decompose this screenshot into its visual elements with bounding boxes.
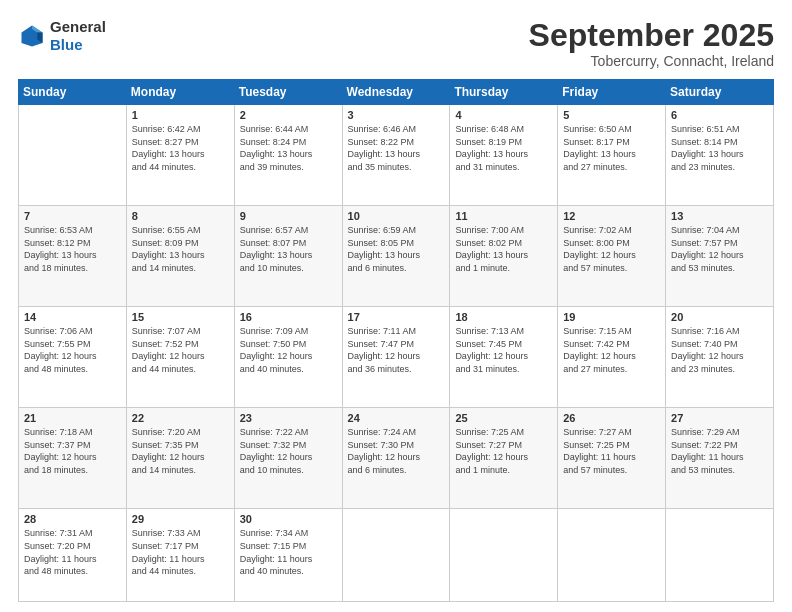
day-info: Sunrise: 7:33 AM Sunset: 7:17 PM Dayligh…: [132, 527, 229, 577]
day-info: Sunrise: 6:42 AM Sunset: 8:27 PM Dayligh…: [132, 123, 229, 173]
header: General Blue September 2025 Tobercurry, …: [18, 18, 774, 69]
day-number: 16: [240, 311, 337, 323]
day-number: 3: [348, 109, 445, 121]
calendar-cell: 12Sunrise: 7:02 AM Sunset: 8:00 PM Dayli…: [558, 206, 666, 307]
day-number: 5: [563, 109, 660, 121]
day-info: Sunrise: 7:22 AM Sunset: 7:32 PM Dayligh…: [240, 426, 337, 476]
day-number: 9: [240, 210, 337, 222]
logo-icon: [18, 22, 46, 50]
calendar-cell: 19Sunrise: 7:15 AM Sunset: 7:42 PM Dayli…: [558, 307, 666, 408]
day-info: Sunrise: 7:20 AM Sunset: 7:35 PM Dayligh…: [132, 426, 229, 476]
day-info: Sunrise: 6:57 AM Sunset: 8:07 PM Dayligh…: [240, 224, 337, 274]
day-info: Sunrise: 7:24 AM Sunset: 7:30 PM Dayligh…: [348, 426, 445, 476]
day-number: 4: [455, 109, 552, 121]
day-info: Sunrise: 6:55 AM Sunset: 8:09 PM Dayligh…: [132, 224, 229, 274]
calendar-cell: 22Sunrise: 7:20 AM Sunset: 7:35 PM Dayli…: [126, 408, 234, 509]
day-info: Sunrise: 7:04 AM Sunset: 7:57 PM Dayligh…: [671, 224, 768, 274]
logo-text: General Blue: [50, 18, 106, 54]
day-number: 17: [348, 311, 445, 323]
calendar-cell: 10Sunrise: 6:59 AM Sunset: 8:05 PM Dayli…: [342, 206, 450, 307]
day-number: 12: [563, 210, 660, 222]
calendar-cell: 9Sunrise: 6:57 AM Sunset: 8:07 PM Daylig…: [234, 206, 342, 307]
calendar-header-row: SundayMondayTuesdayWednesdayThursdayFrid…: [19, 80, 774, 105]
calendar-cell: 24Sunrise: 7:24 AM Sunset: 7:30 PM Dayli…: [342, 408, 450, 509]
calendar-header-wednesday: Wednesday: [342, 80, 450, 105]
day-info: Sunrise: 7:16 AM Sunset: 7:40 PM Dayligh…: [671, 325, 768, 375]
week-row-4: 21Sunrise: 7:18 AM Sunset: 7:37 PM Dayli…: [19, 408, 774, 509]
day-info: Sunrise: 6:44 AM Sunset: 8:24 PM Dayligh…: [240, 123, 337, 173]
calendar-cell: [342, 509, 450, 602]
day-info: Sunrise: 7:13 AM Sunset: 7:45 PM Dayligh…: [455, 325, 552, 375]
calendar-header-tuesday: Tuesday: [234, 80, 342, 105]
calendar-page: General Blue September 2025 Tobercurry, …: [0, 0, 792, 612]
calendar-cell: [450, 509, 558, 602]
day-number: 13: [671, 210, 768, 222]
day-info: Sunrise: 7:00 AM Sunset: 8:02 PM Dayligh…: [455, 224, 552, 274]
day-number: 8: [132, 210, 229, 222]
logo: General Blue: [18, 18, 106, 54]
title-area: September 2025 Tobercurry, Connacht, Ire…: [529, 18, 774, 69]
day-number: 10: [348, 210, 445, 222]
calendar-cell: 29Sunrise: 7:33 AM Sunset: 7:17 PM Dayli…: [126, 509, 234, 602]
day-number: 27: [671, 412, 768, 424]
day-number: 26: [563, 412, 660, 424]
day-number: 11: [455, 210, 552, 222]
calendar-cell: 13Sunrise: 7:04 AM Sunset: 7:57 PM Dayli…: [666, 206, 774, 307]
calendar-cell: 23Sunrise: 7:22 AM Sunset: 7:32 PM Dayli…: [234, 408, 342, 509]
week-row-3: 14Sunrise: 7:06 AM Sunset: 7:55 PM Dayli…: [19, 307, 774, 408]
calendar-cell: 2Sunrise: 6:44 AM Sunset: 8:24 PM Daylig…: [234, 105, 342, 206]
month-title: September 2025: [529, 18, 774, 53]
calendar-header-monday: Monday: [126, 80, 234, 105]
calendar-cell: 16Sunrise: 7:09 AM Sunset: 7:50 PM Dayli…: [234, 307, 342, 408]
day-number: 29: [132, 513, 229, 525]
day-number: 30: [240, 513, 337, 525]
calendar-header-sunday: Sunday: [19, 80, 127, 105]
day-info: Sunrise: 6:51 AM Sunset: 8:14 PM Dayligh…: [671, 123, 768, 173]
calendar-header-friday: Friday: [558, 80, 666, 105]
day-number: 23: [240, 412, 337, 424]
day-info: Sunrise: 7:09 AM Sunset: 7:50 PM Dayligh…: [240, 325, 337, 375]
calendar-cell: 15Sunrise: 7:07 AM Sunset: 7:52 PM Dayli…: [126, 307, 234, 408]
calendar-cell: 30Sunrise: 7:34 AM Sunset: 7:15 PM Dayli…: [234, 509, 342, 602]
day-info: Sunrise: 7:34 AM Sunset: 7:15 PM Dayligh…: [240, 527, 337, 577]
day-number: 25: [455, 412, 552, 424]
day-number: 21: [24, 412, 121, 424]
day-number: 6: [671, 109, 768, 121]
day-info: Sunrise: 7:31 AM Sunset: 7:20 PM Dayligh…: [24, 527, 121, 577]
calendar-cell: 28Sunrise: 7:31 AM Sunset: 7:20 PM Dayli…: [19, 509, 127, 602]
calendar-cell: 5Sunrise: 6:50 AM Sunset: 8:17 PM Daylig…: [558, 105, 666, 206]
calendar-cell: 8Sunrise: 6:55 AM Sunset: 8:09 PM Daylig…: [126, 206, 234, 307]
day-info: Sunrise: 7:27 AM Sunset: 7:25 PM Dayligh…: [563, 426, 660, 476]
day-info: Sunrise: 7:15 AM Sunset: 7:42 PM Dayligh…: [563, 325, 660, 375]
day-number: 15: [132, 311, 229, 323]
day-info: Sunrise: 6:50 AM Sunset: 8:17 PM Dayligh…: [563, 123, 660, 173]
location: Tobercurry, Connacht, Ireland: [529, 53, 774, 69]
day-info: Sunrise: 7:11 AM Sunset: 7:47 PM Dayligh…: [348, 325, 445, 375]
week-row-5: 28Sunrise: 7:31 AM Sunset: 7:20 PM Dayli…: [19, 509, 774, 602]
calendar-cell: 4Sunrise: 6:48 AM Sunset: 8:19 PM Daylig…: [450, 105, 558, 206]
day-number: 24: [348, 412, 445, 424]
day-number: 14: [24, 311, 121, 323]
calendar-cell: [558, 509, 666, 602]
week-row-1: 1Sunrise: 6:42 AM Sunset: 8:27 PM Daylig…: [19, 105, 774, 206]
calendar-cell: 17Sunrise: 7:11 AM Sunset: 7:47 PM Dayli…: [342, 307, 450, 408]
day-number: 1: [132, 109, 229, 121]
day-info: Sunrise: 7:25 AM Sunset: 7:27 PM Dayligh…: [455, 426, 552, 476]
day-number: 20: [671, 311, 768, 323]
calendar-header-thursday: Thursday: [450, 80, 558, 105]
day-number: 2: [240, 109, 337, 121]
calendar-cell: 1Sunrise: 6:42 AM Sunset: 8:27 PM Daylig…: [126, 105, 234, 206]
calendar-cell: 7Sunrise: 6:53 AM Sunset: 8:12 PM Daylig…: [19, 206, 127, 307]
calendar-cell: 11Sunrise: 7:00 AM Sunset: 8:02 PM Dayli…: [450, 206, 558, 307]
day-info: Sunrise: 6:59 AM Sunset: 8:05 PM Dayligh…: [348, 224, 445, 274]
calendar-cell: [666, 509, 774, 602]
day-number: 19: [563, 311, 660, 323]
day-info: Sunrise: 6:46 AM Sunset: 8:22 PM Dayligh…: [348, 123, 445, 173]
day-number: 28: [24, 513, 121, 525]
day-info: Sunrise: 6:48 AM Sunset: 8:19 PM Dayligh…: [455, 123, 552, 173]
day-info: Sunrise: 7:02 AM Sunset: 8:00 PM Dayligh…: [563, 224, 660, 274]
calendar-table: SundayMondayTuesdayWednesdayThursdayFrid…: [18, 79, 774, 602]
week-row-2: 7Sunrise: 6:53 AM Sunset: 8:12 PM Daylig…: [19, 206, 774, 307]
day-number: 18: [455, 311, 552, 323]
calendar-cell: 14Sunrise: 7:06 AM Sunset: 7:55 PM Dayli…: [19, 307, 127, 408]
